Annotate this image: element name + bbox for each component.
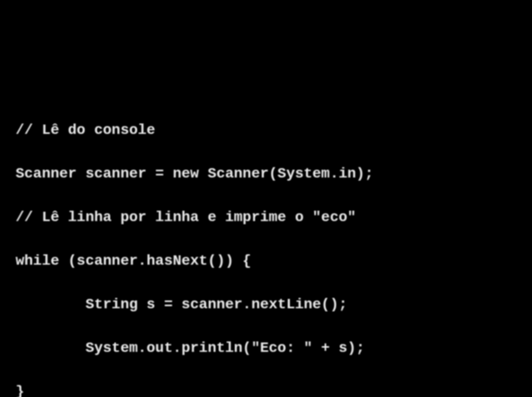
code-line: while (scanner.hasNext()) { [16,250,516,272]
code-line: String s = scanner.nextLine(); [16,294,516,316]
code-line: // Lê linha por linha e imprime o "eco" [16,207,516,228]
code-line: // Lê do console [16,119,516,141]
code-line: } [16,381,516,397]
code-line: System.out.println("Eco: " + s); [16,337,516,359]
code-block: // Lê do console Scanner scanner = new S… [16,98,516,397]
code-line: Scanner scanner = new Scanner(System.in)… [16,163,516,185]
